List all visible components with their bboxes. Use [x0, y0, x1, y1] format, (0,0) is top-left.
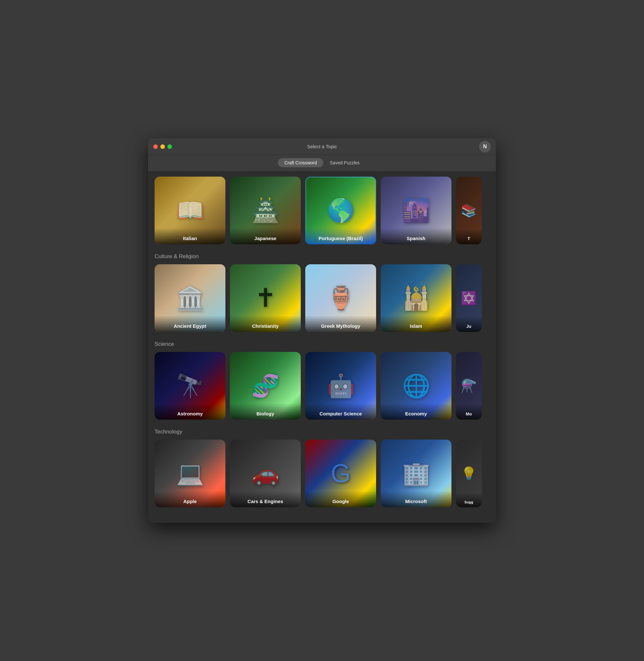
topic-biology[interactable]: 🧬 Biology	[230, 352, 301, 420]
topic-computer-science[interactable]: 🤖 Computer Science	[305, 352, 376, 420]
topic-ancient-egypt-label: Ancient Egypt	[155, 315, 225, 332]
topic-culture-partial[interactable]: ✡️ Ju	[456, 264, 482, 332]
close-button[interactable]	[153, 145, 158, 149]
topic-astronomy-label: Astronomy	[155, 403, 225, 420]
window-title: Select a Topic	[307, 144, 337, 149]
topic-science-partial-label: Mo	[456, 404, 482, 420]
topic-islam[interactable]: 🕌 Islam	[381, 264, 452, 332]
topic-portuguese-label: Portuguese (Brazil)	[305, 228, 376, 244]
topic-spanish[interactable]: 🌆 Spanish	[381, 177, 452, 244]
topic-culture-partial-label: Ju	[456, 316, 482, 332]
topic-italian-label: Italian	[155, 228, 225, 244]
topic-italian[interactable]: 📖 Italian	[155, 177, 225, 244]
topic-lang-partial[interactable]: 📚 T	[456, 177, 482, 244]
topic-greek-mythology[interactable]: 🏺 Greek Mythology	[305, 264, 376, 332]
topic-biology-label: Biology	[230, 403, 301, 420]
topic-christianity[interactable]: ✝ Christianity	[230, 264, 301, 332]
topic-ancient-egypt[interactable]: 🏛️ Ancient Egypt	[155, 264, 225, 332]
technology-row: 💻 Apple 🚗 Cars & Engines G Google	[155, 440, 489, 507]
topic-japanese-label: Japanese	[230, 228, 301, 244]
topic-cs-label: Computer Science	[305, 403, 376, 420]
section-label-tech: Technology	[155, 428, 489, 435]
topic-economy[interactable]: 🌐 Economy	[381, 352, 452, 420]
topic-portuguese[interactable]: 🌎 Portuguese (Brazil)	[305, 177, 376, 244]
traffic-lights	[153, 145, 172, 149]
topic-apple-label: Apple	[155, 491, 225, 507]
minimize-button[interactable]	[160, 145, 165, 149]
tab-saved-puzzles[interactable]: Saved Puzzles	[323, 158, 366, 167]
topic-tech-partial[interactable]: 💡 Sugg	[456, 440, 482, 507]
section-label-culture: Culture & Religion	[155, 253, 489, 260]
topic-microsoft-label: Microsoft	[381, 491, 452, 507]
topic-google[interactable]: G Google	[305, 440, 376, 507]
topic-spanish-label: Spanish	[381, 228, 452, 244]
tab-bar: Craft Crossword Saved Puzzles	[148, 155, 496, 172]
topic-economy-label: Economy	[381, 403, 452, 420]
topic-islam-label: Islam	[381, 315, 452, 332]
topic-christianity-label: Christianity	[230, 315, 301, 332]
topic-apple[interactable]: 💻 Apple	[155, 440, 225, 507]
topic-tech-partial-label: Sugg	[456, 492, 482, 507]
section-label-science: Science	[155, 341, 489, 347]
main-window: Select a Topic N Craft Crossword Saved P…	[148, 138, 496, 523]
science-row: 🔭 Astronomy 🧬 Biology 🤖 Computer Science	[155, 352, 489, 420]
topic-microsoft[interactable]: 🏢 Microsoft	[381, 440, 452, 507]
maximize-button[interactable]	[167, 145, 172, 149]
topic-japanese[interactable]: 🏯 Japanese	[230, 177, 301, 244]
topic-science-partial[interactable]: ⚗️ Mo	[456, 352, 482, 420]
tab-craft-crossword[interactable]: Craft Crossword	[278, 158, 323, 167]
topic-cars-engines[interactable]: 🚗 Cars & Engines	[230, 440, 301, 507]
languages-row: 📖 Italian 🏯 Japanese 🌎 Portuguese (Brazi…	[155, 177, 489, 244]
titlebar: Select a Topic N	[148, 138, 496, 155]
avatar: N	[479, 141, 491, 152]
topic-astronomy[interactable]: 🔭 Astronomy	[155, 352, 225, 420]
culture-row: 🏛️ Ancient Egypt ✝ Christianity 🏺 Greek …	[155, 264, 489, 332]
topic-lang-partial-label: T	[456, 228, 482, 244]
content-area: 📖 Italian 🏯 Japanese 🌎 Portuguese (Brazi…	[148, 172, 496, 523]
topic-google-label: Google	[305, 491, 376, 507]
topic-cars-engines-label: Cars & Engines	[230, 491, 301, 507]
topic-greek-mythology-label: Greek Mythology	[305, 315, 376, 332]
